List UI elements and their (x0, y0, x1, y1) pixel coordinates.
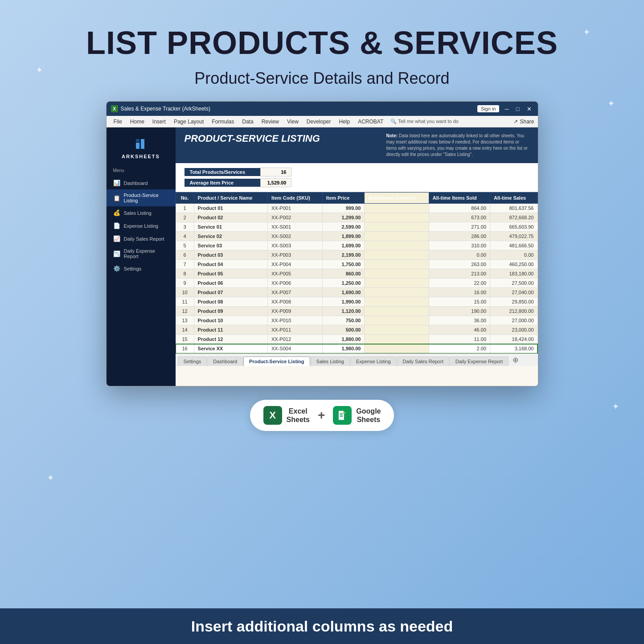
col-header-additional: (Additional Column) (365, 193, 429, 204)
cell-sales: 183,180.00 (490, 269, 537, 279)
cell-sales: 665,603.90 (490, 222, 537, 232)
tab-sales-listing[interactable]: Sales Listing (311, 357, 350, 366)
tab-daily-expense-report[interactable]: Daily Expense Report (450, 357, 509, 366)
cell-name: Product 07 (194, 288, 267, 297)
cell-price: 500.00 (322, 325, 365, 335)
close-button[interactable]: ✕ (525, 106, 533, 112)
menu-review[interactable]: Review (258, 118, 283, 126)
menu-developer[interactable]: Developer (303, 118, 335, 126)
cell-sales: 3,168.00 (490, 344, 537, 353)
logo-area: ARKSHEETS (122, 134, 160, 159)
cell-sku: XX-S002 (268, 232, 323, 241)
col-header-name: Product / Service Name (194, 193, 267, 204)
cell-price: 1,980.00 (322, 344, 365, 353)
menu-formulas[interactable]: Formulas (208, 118, 238, 126)
cell-name: Product 08 (194, 297, 267, 307)
cell-name: Service 01 (194, 222, 267, 232)
cell-price: 1,899.00 (322, 232, 365, 241)
sidebar-item-daily-expense[interactable]: 📉 Daily Expense Report (107, 245, 176, 262)
product-service-icon: 📋 (113, 195, 120, 201)
sidebar-item-dashboard[interactable]: 📊 Dashboard (107, 176, 176, 189)
logo-text: ARKSHEETS (122, 154, 160, 159)
cell-name: Product 06 (194, 279, 267, 288)
table-header-row: No. Product / Service Name Item Code (SK… (176, 193, 537, 204)
daily-sales-icon: 📈 (113, 235, 120, 242)
tab-product-service-listing[interactable]: Product-Service Listing (243, 357, 310, 366)
avg-value: 1,529.00 (260, 178, 291, 187)
cell-sku: XX-P001 (268, 204, 323, 213)
cell-price: 1,750.00 (322, 260, 365, 269)
excel-tool: X Excel Sheets (263, 406, 310, 425)
sidebar: ARKSHEETS Menu 📊 Dashboard 📋 Product-Ser… (107, 127, 176, 386)
sparkle-2: ✦ (607, 98, 615, 109)
cell-no: 7 (176, 260, 194, 269)
cell-additional (365, 232, 429, 241)
cell-sales: 23,000.00 (490, 325, 537, 335)
menu-acrobat[interactable]: ACROBAT (354, 118, 387, 126)
maximize-button[interactable]: □ (514, 106, 521, 112)
expense-icon: 📄 (113, 222, 120, 229)
table-row: 4 Service 02 XX-S002 1,899.00 286.00 479… (176, 232, 537, 241)
sign-in-button[interactable]: Sign in (477, 105, 500, 112)
cell-no: 6 (176, 250, 194, 260)
product-table: No. Product / Service Name Item Code (SK… (176, 192, 538, 353)
menu-view[interactable]: View (283, 118, 302, 126)
table-row: 14 Product 11 XX-P011 500.00 46.00 23,00… (176, 325, 537, 335)
cell-sales: 27,500.00 (490, 279, 537, 288)
menu-page-layout[interactable]: Page Layout (170, 118, 207, 126)
tab-expense-listing[interactable]: Expense Listing (350, 357, 397, 366)
sidebar-item-expense[interactable]: 📄 Expense Listing (107, 219, 176, 232)
stat-row-total: Total Products/Services 16 (185, 168, 529, 176)
cell-name: Product 05 (194, 269, 267, 279)
sheets-logo (333, 406, 352, 425)
share-label: Share (520, 119, 534, 125)
sidebar-item-settings[interactable]: ⚙️ Settings (107, 262, 176, 275)
excel-logo: X (263, 406, 282, 425)
menu-insert[interactable]: Insert (149, 118, 169, 126)
tab-daily-sales-report[interactable]: Daily Sales Report (397, 357, 449, 366)
minimize-button[interactable]: ─ (503, 106, 510, 112)
cell-no: 9 (176, 279, 194, 288)
cell-sales: 27,040.00 (490, 288, 537, 297)
cell-price: 2,599.00 (322, 222, 365, 232)
avg-label: Average Item Price (185, 179, 260, 187)
dashboard-icon: 📊 (113, 180, 120, 186)
cell-price: 1,120.00 (322, 307, 365, 316)
cell-sales: 460,250.00 (490, 260, 537, 269)
total-value: 16 (260, 168, 291, 176)
tab-add-button[interactable]: ⊕ (509, 354, 522, 366)
main-content: PRODUCT-SERVICE LISTING Note: Data liste… (176, 127, 538, 386)
page-subtitle: Product-Service Details and Record (0, 69, 644, 88)
share-button[interactable]: ↗ Share (513, 119, 534, 125)
menu-help[interactable]: Help (336, 118, 354, 126)
tab-dashboard[interactable]: Dashboard (207, 357, 243, 366)
sparkle-1: ✦ (583, 27, 591, 37)
cell-name: Product 09 (194, 307, 267, 316)
svg-rect-2 (136, 139, 139, 142)
svg-rect-0 (136, 143, 139, 149)
cell-name: Product 12 (194, 335, 267, 344)
menu-home[interactable]: Home (127, 118, 148, 126)
menu-file[interactable]: File (110, 118, 126, 126)
title-bar: X Sales & Expense Tracker (ArkSheets) Si… (107, 102, 538, 116)
title-bar-left: X Sales & Expense Tracker (ArkSheets) (111, 105, 210, 112)
tab-settings[interactable]: Settings (178, 357, 207, 366)
sidebar-item-sales[interactable]: 💰 Sales Listing (107, 206, 176, 219)
sheets-label: Google Sheets (356, 407, 381, 424)
excel-label: Excel Sheets (287, 407, 310, 424)
svg-marker-8 (344, 410, 347, 414)
table-row: 3 Service 01 XX-S001 2,599.00 271.00 665… (176, 222, 537, 232)
cell-no: 8 (176, 269, 194, 279)
cell-sku: XX-S003 (268, 241, 323, 250)
cell-additional (365, 222, 429, 232)
menu-data[interactable]: Data (238, 118, 257, 126)
cell-sku: XX-S001 (268, 222, 323, 232)
table-row: 1 Product 01 XX-P001 999.00 864.00 801,6… (176, 204, 537, 213)
sidebar-item-daily-sales[interactable]: 📈 Daily Sales Report (107, 232, 176, 245)
sheets-tool: Google Sheets (333, 406, 381, 425)
cell-sales: 872,668.20 (490, 213, 537, 222)
col-header-sales: All-time Sales (490, 193, 537, 204)
tool-badges-section: X Excel Sheets + Google Sheets (0, 400, 644, 431)
sidebar-item-product-service[interactable]: 📋 Product-Service Listing (107, 189, 176, 206)
cell-additional (365, 297, 429, 307)
